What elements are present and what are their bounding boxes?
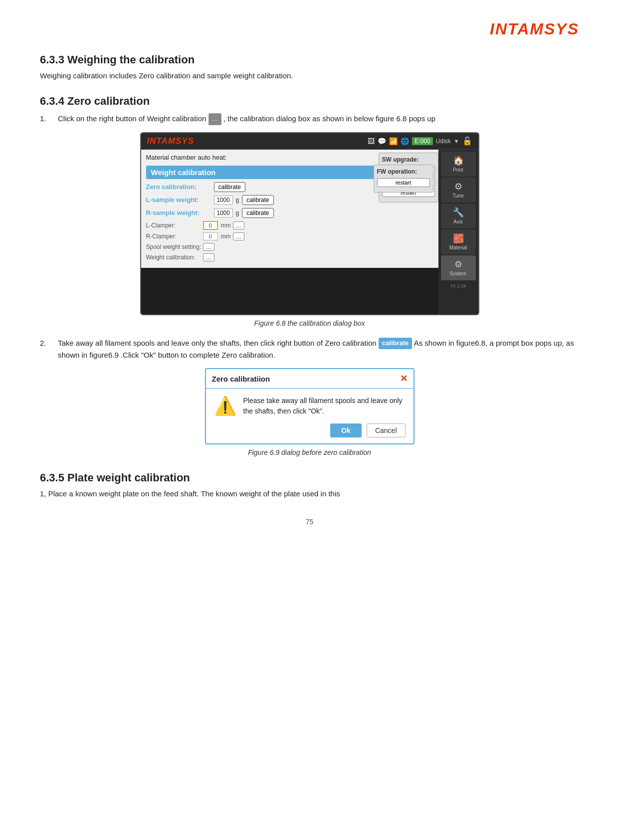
calibrate-inline-btn[interactable]: calibrate xyxy=(379,338,412,349)
r-clamper-input[interactable]: 0 xyxy=(203,232,218,240)
print-icon: 🏠 xyxy=(453,155,464,166)
device-left-inner: Material chamber auto heat: Weight calib… xyxy=(141,150,438,314)
weight-cal-row2: Weight calibration: … xyxy=(146,253,433,261)
weight-cal-label2: Weight calibration: xyxy=(146,254,201,261)
section-633-heading: 6.3.3 Weighing the calibration xyxy=(40,53,579,66)
spool-weight-dots-btn[interactable]: … xyxy=(203,243,214,251)
print-label: Print xyxy=(453,167,463,173)
step-2-num: 2. xyxy=(40,337,54,361)
axis-icon: 🔧 xyxy=(453,207,464,218)
l-sample-unit: g xyxy=(236,197,239,204)
device-topbar: INTAMSYS 🖼 💬 📶 🌐 E:000 Udisk ▼ 🔓 xyxy=(141,133,478,150)
topbar-ecode: E:000 xyxy=(412,137,432,145)
fw-operation-panel: FW operation: restart xyxy=(374,165,433,193)
topbar-icon-2: 💬 xyxy=(378,137,386,145)
topbar-right: 🖼 💬 📶 🌐 E:000 Udisk ▼ 🔓 xyxy=(368,136,472,146)
logo-area: INTAMSYS xyxy=(40,20,579,38)
step-2: 2. Take away all filament spools and lea… xyxy=(40,337,579,361)
topbar-icon-3: 📶 xyxy=(389,137,398,145)
system-label: System xyxy=(450,271,466,276)
topbar-icon-1: 🖼 xyxy=(368,137,375,145)
sidebar-system-btn[interactable]: ⚙ System xyxy=(441,255,476,280)
material-label: Material xyxy=(449,245,467,250)
r-sample-label: R-sample weight: xyxy=(146,209,211,216)
tune-icon: ⚙ xyxy=(454,181,462,192)
figure-6-9-caption: Figure 6.9 dialog before zero calibratio… xyxy=(40,448,579,456)
warning-icon: ⚠️ xyxy=(214,396,236,417)
l-sample-cal-btn[interactable]: calibrate xyxy=(242,195,273,205)
device-brand: INTAMSYS xyxy=(147,136,195,146)
zero-cal-dialog-body: ⚠️ Please take away all filament spools … xyxy=(206,389,413,423)
r-clamper-row: R-Clamper: 0 mm … xyxy=(146,232,433,240)
sidebar-material-btn[interactable]: 🧱 Material xyxy=(441,229,476,254)
r-sample-cal-btn[interactable]: calibrate xyxy=(242,208,273,218)
section-634: 6.3.4 Zero calibration 1. Click on the r… xyxy=(40,95,579,456)
zero-cal-ok-btn[interactable]: Ok xyxy=(330,423,362,437)
section-633-desc: Weighing calibration includes Zero calib… xyxy=(40,71,579,80)
zero-cal-label: Zero calibration: xyxy=(146,183,211,191)
r-clamper-unit: mm xyxy=(221,233,231,240)
section-634-heading: 6.3.4 Zero calibration xyxy=(40,95,579,108)
intamsys-logo: INTAMSYS xyxy=(490,20,579,38)
spool-weight-label: Spool weight setting: xyxy=(146,243,202,250)
section-633: 6.3.3 Weighing the calibration Weighing … xyxy=(40,53,579,80)
step-2-text-a: Take away all filament spools and leave … xyxy=(58,339,377,347)
l-sample-input[interactable]: 1000 xyxy=(214,196,233,205)
r-clamper-dots-btn[interactable]: … xyxy=(233,232,244,240)
zero-cal-dialog-buttons: Ok Cancel xyxy=(206,423,413,443)
step-1-content: Click on the right button of Weight cali… xyxy=(58,113,579,125)
sw-upgrade-title: SW upgrade: xyxy=(382,156,435,163)
zero-cal-dialog-header: Zero calibratiion ✕ xyxy=(206,369,413,389)
l-clamper-dots-btn[interactable]: … xyxy=(233,221,244,229)
sidebar-axis-btn[interactable]: 🔧 Axis xyxy=(441,204,476,228)
l-clamper-row: L-Clamper: 0 mm … xyxy=(146,221,433,230)
l-clamper-unit: mm xyxy=(221,222,231,229)
step-2-content: Take away all filament spools and leave … xyxy=(58,337,579,361)
weight-cal-label: Weight calibration xyxy=(151,168,216,177)
topbar-udisk: Udisk xyxy=(436,138,451,145)
device-ui: INTAMSYS 🖼 💬 📶 🌐 E:000 Udisk ▼ 🔓 xyxy=(140,132,479,315)
topbar-lock-icon: 🔓 xyxy=(462,136,472,146)
sw-fw-panels: SW upgrade: restore upgrade restart FW o… xyxy=(374,150,438,203)
l-clamper-input[interactable]: 0 xyxy=(203,221,218,230)
weight-cal-icon-btn: … xyxy=(208,113,221,125)
weight-cal-dots-btn[interactable]: … xyxy=(203,253,214,261)
topbar-dropdown[interactable]: ▼ xyxy=(454,138,459,144)
material-icon: 🧱 xyxy=(453,233,464,244)
system-icon: ⚙ xyxy=(454,259,462,270)
r-clamper-label: R-Clamper: xyxy=(146,233,201,240)
topbar-icon-4: 🌐 xyxy=(401,137,409,145)
device-sidebar: 🏠 Print ⚙ Tune 🔧 Axis 🧱 Material xyxy=(438,150,478,314)
page-number: 75 xyxy=(40,518,579,526)
step-1-text-b: , the calibration dialog box as shown in… xyxy=(223,114,435,123)
section-635-step1: 1, Place a known weight plate on the fee… xyxy=(40,489,579,498)
step-1-text-a: Click on the right button of Weight cali… xyxy=(58,114,206,123)
figure-6-8-caption: Figure 6.8 the calibration dialog box xyxy=(40,319,579,327)
section-635: 6.3.5 Plate weight calibration 1, Place … xyxy=(40,471,579,498)
sidebar-print-btn[interactable]: 🏠 Print xyxy=(441,152,476,177)
zero-cal-btn[interactable]: calibrate xyxy=(214,182,245,192)
zero-cal-close-btn[interactable]: ✕ xyxy=(400,373,408,384)
zero-calibration-dialog: Zero calibratiion ✕ ⚠️ Please take away … xyxy=(205,368,414,444)
axis-label: Axis xyxy=(453,219,463,224)
device-main: Material chamber auto heat: Weight calib… xyxy=(141,150,478,314)
fw-restart-btn[interactable]: restart xyxy=(377,178,430,187)
version-label: V1.1.19 xyxy=(450,283,466,288)
step-1: 1. Click on the right button of Weight c… xyxy=(40,113,579,125)
r-sample-input[interactable]: 1000 xyxy=(214,209,233,217)
sidebar-tune-btn[interactable]: ⚙ Tune xyxy=(441,178,476,203)
zero-cal-dialog-title: Zero calibratiion xyxy=(212,375,270,383)
fw-op-title: FW operation: xyxy=(377,168,430,175)
zero-cal-message: Please take away all filament spools and… xyxy=(243,396,406,417)
step-1-num: 1. xyxy=(40,113,54,125)
figure-6-8-container: INTAMSYS 🖼 💬 📶 🌐 E:000 Udisk ▼ 🔓 xyxy=(40,132,579,315)
zero-cal-cancel-btn[interactable]: Cancel xyxy=(367,423,406,437)
l-sample-label: L-sample weight: xyxy=(146,196,211,204)
r-sample-row: R-sample weight: 1000 g calibrate xyxy=(146,208,433,218)
tune-label: Tune xyxy=(452,193,463,199)
section-635-heading: 6.3.5 Plate weight calibration xyxy=(40,471,579,484)
r-sample-unit: g xyxy=(236,210,239,216)
l-clamper-label: L-Clamper: xyxy=(146,222,201,229)
spool-weight-row: Spool weight setting: … xyxy=(146,243,433,251)
